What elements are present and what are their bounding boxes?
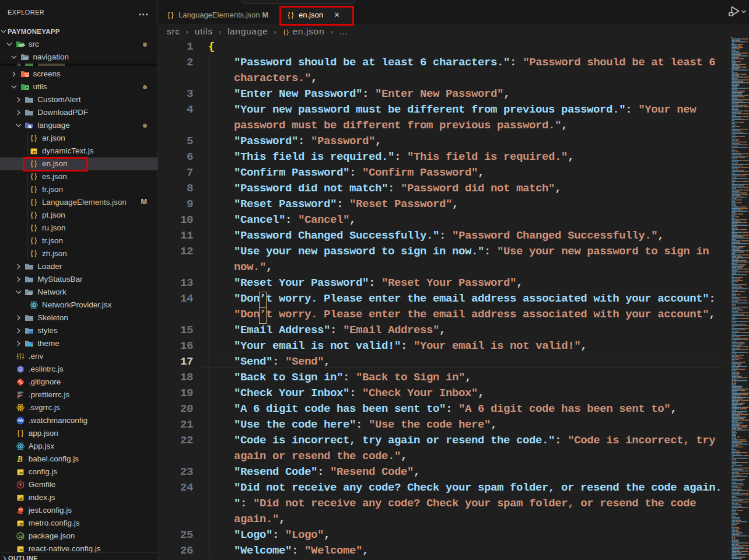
svg-text:JS: JS — [19, 523, 23, 526]
svg-text:JS: JS — [19, 534, 23, 538]
svg-text:</>: </> — [19, 43, 25, 48]
svg-text:JS: JS — [19, 497, 23, 501]
svg-text:JS: JS — [32, 150, 36, 154]
svg-text:JS: JS — [19, 471, 23, 475]
svg-text:B: B — [17, 455, 23, 464]
svg-text:JS: JS — [19, 548, 23, 552]
